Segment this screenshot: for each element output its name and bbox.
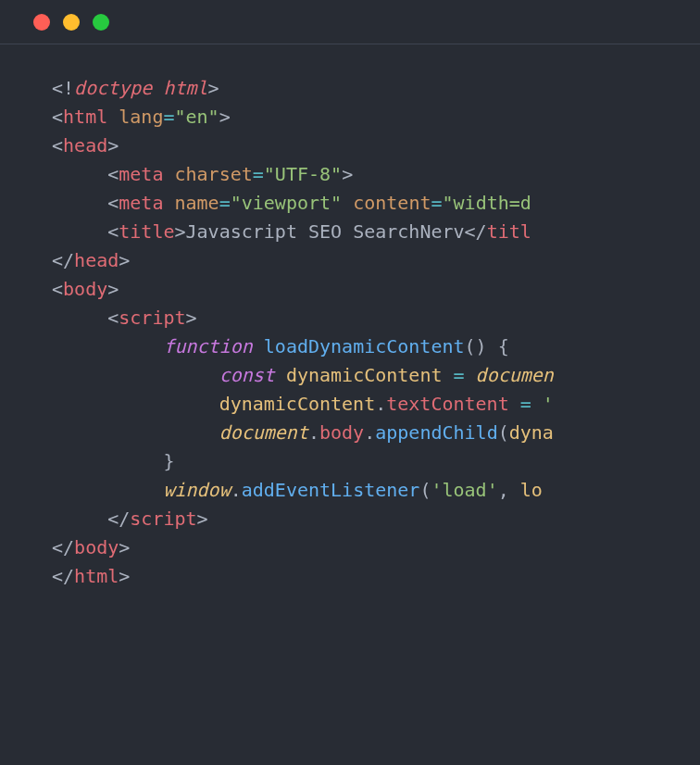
code-token bbox=[442, 364, 453, 386]
code-token: < bbox=[107, 163, 119, 185]
code-token: ( bbox=[498, 421, 509, 444]
code-token: = bbox=[520, 393, 531, 415]
code-token: </ bbox=[52, 565, 74, 587]
code-token: Javascript SEO SearchNerv bbox=[186, 220, 465, 243]
code-token: head bbox=[74, 249, 119, 271]
code-token: < bbox=[107, 192, 119, 214]
code-token: doctype html bbox=[74, 77, 208, 99]
code-token: . bbox=[308, 421, 319, 444]
code-line[interactable]: </script> bbox=[52, 505, 700, 533]
code-token bbox=[531, 393, 543, 415]
code-token: > bbox=[107, 278, 119, 300]
code-token bbox=[509, 393, 520, 415]
window-titlebar bbox=[0, 0, 700, 44]
code-token: </ bbox=[465, 220, 487, 243]
code-token bbox=[163, 192, 174, 214]
code-token: titl bbox=[487, 220, 531, 243]
code-line[interactable]: </html> bbox=[52, 562, 700, 591]
code-token: meta bbox=[119, 163, 163, 185]
code-line[interactable]: window.addEventListener('load', lo bbox=[52, 476, 700, 505]
code-token: } bbox=[163, 450, 174, 472]
code-token: body bbox=[63, 278, 107, 300]
code-token: dyna bbox=[509, 421, 554, 444]
code-token: . bbox=[364, 421, 375, 444]
code-token: "width=d bbox=[443, 192, 531, 214]
code-line[interactable]: </body> bbox=[52, 533, 700, 562]
code-token: document bbox=[219, 421, 308, 444]
code-token: > bbox=[208, 77, 219, 99]
code-line[interactable]: <head> bbox=[52, 132, 700, 160]
maximize-icon[interactable] bbox=[93, 14, 109, 31]
code-token: < bbox=[107, 307, 119, 329]
code-token bbox=[342, 192, 353, 214]
code-token: > bbox=[119, 249, 130, 271]
code-token bbox=[253, 335, 264, 357]
code-token bbox=[107, 106, 119, 128]
code-line[interactable]: <!doctype html> bbox=[52, 74, 700, 103]
code-token: head bbox=[63, 134, 107, 157]
code-line[interactable]: <title>Javascript SEO SearchNerv</titl bbox=[52, 218, 700, 246]
code-token bbox=[465, 364, 476, 386]
code-line[interactable]: <meta charset="UTF-8"> bbox=[52, 160, 700, 189]
code-token: , bbox=[498, 479, 520, 501]
code-token: > bbox=[219, 106, 231, 128]
traffic-lights bbox=[33, 14, 109, 31]
code-token: function bbox=[163, 335, 252, 357]
code-token: = bbox=[163, 106, 174, 128]
editor-window: <!doctype html><html lang="en"><head> <m… bbox=[0, 0, 700, 765]
code-token: appendChild bbox=[375, 421, 497, 444]
code-token bbox=[275, 364, 286, 386]
code-token: dynamicContent bbox=[219, 393, 376, 415]
code-token: dynamicContent bbox=[286, 364, 443, 386]
code-editor[interactable]: <!doctype html><html lang="en"><head> <m… bbox=[0, 44, 700, 591]
code-token: body bbox=[319, 421, 364, 444]
code-token: script bbox=[119, 307, 185, 329]
code-line[interactable]: } bbox=[52, 447, 700, 476]
code-token: html bbox=[74, 565, 119, 587]
code-token bbox=[163, 163, 174, 185]
code-token: content bbox=[353, 192, 431, 214]
code-line[interactable]: </head> bbox=[52, 246, 700, 275]
code-token: "UTF-8" bbox=[264, 163, 342, 185]
code-token: charset bbox=[174, 163, 252, 185]
code-token: > bbox=[186, 307, 197, 329]
code-line[interactable]: <meta name="viewport" content="width=d bbox=[52, 189, 700, 218]
code-token: <! bbox=[52, 77, 74, 99]
minimize-icon[interactable] bbox=[63, 14, 80, 31]
code-token: () { bbox=[465, 335, 509, 357]
code-token: lang bbox=[119, 106, 163, 128]
code-token: loadDynamicContent bbox=[264, 335, 465, 357]
code-token: </ bbox=[52, 536, 74, 558]
code-token: textContent bbox=[386, 393, 508, 415]
code-line[interactable]: const dynamicContent = documen bbox=[52, 361, 700, 390]
code-token: meta bbox=[119, 192, 163, 214]
code-token: </ bbox=[52, 249, 74, 271]
code-token: window bbox=[163, 479, 230, 501]
code-line[interactable]: function loadDynamicContent() { bbox=[52, 332, 700, 361]
code-token: > bbox=[119, 536, 130, 558]
close-icon[interactable] bbox=[33, 14, 50, 31]
code-token: > bbox=[197, 508, 208, 530]
code-token: < bbox=[107, 220, 119, 243]
code-token: < bbox=[52, 106, 63, 128]
code-token: < bbox=[52, 278, 63, 300]
code-token: > bbox=[107, 134, 119, 157]
code-token: </ bbox=[107, 508, 130, 530]
code-line[interactable]: document.body.appendChild(dyna bbox=[52, 419, 700, 447]
code-line[interactable]: <html lang="en"> bbox=[52, 103, 700, 132]
code-token: 'load' bbox=[431, 479, 497, 501]
code-line[interactable]: <script> bbox=[52, 304, 700, 332]
code-token: = bbox=[431, 192, 442, 214]
code-line[interactable]: dynamicContent.textContent = ' bbox=[52, 390, 700, 419]
code-token: name bbox=[174, 192, 219, 214]
code-token: const bbox=[219, 364, 275, 386]
code-token: ( bbox=[419, 479, 431, 501]
code-line[interactable]: <body> bbox=[52, 275, 700, 304]
code-token: . bbox=[231, 479, 242, 501]
code-token: body bbox=[74, 536, 119, 558]
code-token: . bbox=[375, 393, 386, 415]
code-token: > bbox=[174, 220, 185, 243]
code-token: = bbox=[219, 192, 231, 214]
code-token: title bbox=[119, 220, 174, 243]
code-token: < bbox=[52, 134, 63, 157]
